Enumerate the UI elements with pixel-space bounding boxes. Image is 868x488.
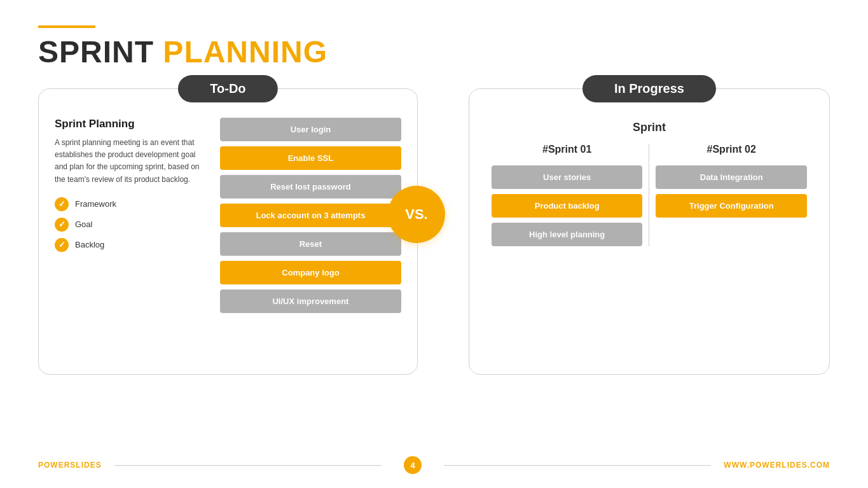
checklist-item-framework: Framework — [55, 197, 207, 211]
task-btn-reset-password[interactable]: Reset lost password — [220, 175, 401, 199]
todo-section-title: Sprint Planning — [55, 118, 207, 130]
title-gold: PLANNING — [163, 35, 327, 69]
sprint2-title: #Sprint 02 — [707, 144, 756, 155]
task-btn-user-login[interactable]: User login — [220, 118, 401, 141]
checklist-label-backlog: Backlog — [75, 240, 104, 249]
page: SPRINT PLANNING To-Do Sprint Planning A … — [0, 0, 868, 488]
inprogress-pill: In Progress — [582, 75, 716, 102]
task-btn-uiux[interactable]: UI/UX improvement — [220, 289, 401, 313]
sprint1-task-product-backlog[interactable]: Product backlog — [492, 194, 643, 218]
checklist-label-goal: Goal — [75, 220, 92, 229]
checklist-item-goal: Goal — [55, 218, 207, 232]
title-dark: SPRINT — [38, 35, 154, 69]
task-btn-company-logo[interactable]: Company logo — [220, 261, 401, 284]
check-icon-backlog — [55, 238, 69, 252]
checklist: Framework Goal Backlog — [55, 197, 207, 252]
checklist-item-backlog: Backlog — [55, 238, 207, 252]
sprint-col-1: #Sprint 01 User stories Product backlog … — [485, 144, 650, 246]
checklist-label-framework: Framework — [75, 199, 116, 209]
todo-pill: To-Do — [178, 75, 277, 102]
vs-circle: VS. — [388, 186, 445, 243]
sprint-col-2: #Sprint 02 Data Integration Trigger Conf… — [649, 144, 813, 246]
check-icon-framework — [55, 197, 69, 211]
todo-inner: Sprint Planning A sprint planning meetin… — [55, 118, 401, 313]
page-number: 4 — [404, 456, 422, 474]
todo-description: A sprint planning meeting is an event th… — [55, 137, 207, 186]
sprint-header: Sprint — [485, 121, 813, 134]
todo-task-list: User login Enable SSL Reset lost passwor… — [220, 118, 401, 313]
header-accent-line — [38, 25, 95, 28]
footer-website: WWW.POWERLIDES.COM — [724, 461, 830, 470]
sprint-columns: #Sprint 01 User stories Product backlog … — [485, 144, 813, 246]
todo-left-col: Sprint Planning A sprint planning meetin… — [55, 118, 207, 313]
brand-dark: POWER — [38, 461, 70, 470]
footer-line-right — [444, 465, 711, 466]
task-btn-enable-ssl[interactable]: Enable SSL — [220, 146, 401, 170]
sprint1-task-user-stories[interactable]: User stories — [492, 165, 643, 189]
sprint1-task-high-level[interactable]: High level planning — [492, 223, 643, 246]
task-btn-reset[interactable]: Reset — [220, 232, 401, 256]
inprogress-inner: Sprint #Sprint 01 User stories Product b… — [485, 121, 813, 246]
todo-card: To-Do Sprint Planning A sprint planning … — [38, 88, 418, 375]
brand-gold: SLIDES — [70, 461, 101, 470]
inprogress-card: In Progress Sprint #Sprint 01 User stori… — [469, 88, 830, 375]
sprint2-task-trigger-config[interactable]: Trigger Configuration — [656, 194, 807, 218]
vs-label: VS. — [405, 206, 427, 223]
check-icon-goal — [55, 218, 69, 232]
footer-line-left — [114, 465, 382, 466]
footer-brand: POWERSLIDES — [38, 461, 102, 470]
main-content: To-Do Sprint Planning A sprint planning … — [38, 88, 830, 375]
sprint2-task-data-integration[interactable]: Data Integration — [656, 165, 807, 189]
sprint1-title: #Sprint 01 — [542, 144, 591, 155]
footer: POWERSLIDES 4 WWW.POWERLIDES.COM — [38, 456, 830, 474]
page-title: SPRINT PLANNING — [38, 34, 830, 69]
task-btn-lock-account[interactable]: Lock account on 3 attempts — [220, 204, 401, 227]
